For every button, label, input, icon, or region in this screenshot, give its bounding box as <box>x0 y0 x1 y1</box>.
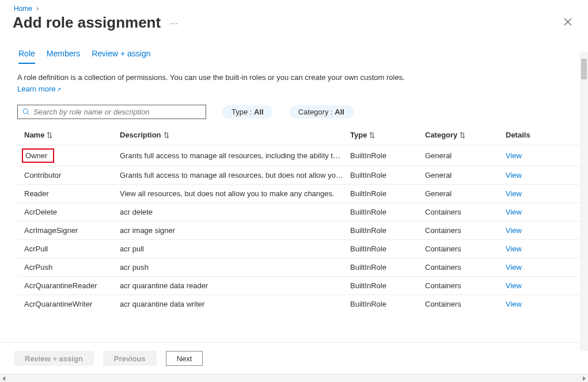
role-category: General <box>425 189 506 198</box>
column-details: Details <box>506 131 579 139</box>
view-link[interactable]: View <box>506 208 522 216</box>
role-name: Contributor <box>24 171 61 179</box>
column-category[interactable]: Category <box>425 131 506 139</box>
role-description: acr quarantine data writer <box>120 300 350 308</box>
role-name: AcrDelete <box>24 208 57 216</box>
tabs: RoleMembersReview + assign <box>0 37 585 64</box>
role-name: Owner <box>22 148 54 163</box>
role-type: BuiltInRole <box>350 151 425 160</box>
more-actions-icon[interactable]: ··· <box>170 18 179 28</box>
search-input[interactable] <box>30 108 201 116</box>
table-row[interactable]: ReaderView all resources, but does not a… <box>17 184 585 203</box>
footer: Review + assign Previous Next <box>0 342 588 374</box>
intro-text: A role definition is a collection of per… <box>0 64 585 102</box>
tab-role[interactable]: Role <box>18 49 35 64</box>
role-name: AcrPull <box>24 245 48 253</box>
table-row[interactable]: AcrImageSigneracr image signerBuiltInRol… <box>17 221 585 239</box>
role-category: General <box>425 171 506 179</box>
column-name[interactable]: Name <box>24 131 120 139</box>
role-type: BuiltInRole <box>350 281 425 290</box>
view-link[interactable]: View <box>506 300 522 308</box>
table-row[interactable]: ContributorGrants full access to manage … <box>17 166 585 184</box>
table-row[interactable]: AcrPushacr pushBuiltInRoleContainersView <box>17 258 585 276</box>
svg-point-2 <box>23 109 28 113</box>
sort-icon <box>47 132 52 139</box>
role-description: acr image signer <box>120 226 350 235</box>
role-type: BuiltInRole <box>350 226 425 235</box>
filter-type-pill[interactable]: Type : All <box>222 105 273 119</box>
role-type: BuiltInRole <box>350 245 425 253</box>
role-name: AcrPush <box>24 263 52 272</box>
view-link[interactable]: View <box>506 226 522 235</box>
view-link[interactable]: View <box>506 281 522 290</box>
role-category: Containers <box>425 300 506 308</box>
role-description: acr push <box>120 263 350 272</box>
close-icon <box>564 18 572 26</box>
role-description: Grants full access to manage all resourc… <box>120 151 350 160</box>
horizontal-scrollbar[interactable] <box>0 374 588 382</box>
role-description: acr quarantine data reader <box>120 281 350 290</box>
filter-row: Type : All Category : All <box>0 102 585 125</box>
sort-icon <box>164 132 169 139</box>
role-name: Reader <box>24 189 49 198</box>
review-assign-button[interactable]: Review + assign <box>14 351 94 366</box>
role-type: BuiltInRole <box>350 208 425 216</box>
role-type: BuiltInRole <box>350 300 425 308</box>
table-row[interactable]: AcrQuarantineReaderacr quarantine data r… <box>17 276 585 295</box>
search-icon <box>22 108 30 116</box>
search-box[interactable] <box>17 105 206 119</box>
breadcrumb-home-link[interactable]: Home <box>14 5 32 13</box>
role-category: Containers <box>425 263 506 272</box>
view-link[interactable]: View <box>506 189 522 198</box>
chevron-right-icon: › <box>36 5 39 13</box>
role-description: acr pull <box>120 245 350 253</box>
role-category: Containers <box>425 208 506 216</box>
intro-copy: A role definition is a collection of per… <box>17 73 405 82</box>
column-type[interactable]: Type <box>350 131 425 139</box>
role-type: BuiltInRole <box>350 263 425 272</box>
role-type: BuiltInRole <box>350 171 425 179</box>
column-description[interactable]: Description <box>120 131 350 139</box>
close-button[interactable] <box>560 14 575 31</box>
role-category: General <box>425 151 506 160</box>
role-description: acr delete <box>120 208 350 216</box>
role-category: Containers <box>425 281 506 290</box>
table-row[interactable]: OwnerGrants full access to manage all re… <box>17 145 585 166</box>
table-row[interactable]: AcrQuarantineWriteracr quarantine data w… <box>17 295 585 313</box>
view-link[interactable]: View <box>506 245 522 253</box>
view-link[interactable]: View <box>506 151 522 160</box>
role-description: Grants full access to manage all resourc… <box>120 171 350 179</box>
page-header: Add role assignment ··· <box>0 14 588 37</box>
role-category: Containers <box>425 245 506 253</box>
role-name: AcrQuarantineReader <box>24 281 97 290</box>
learn-more-link[interactable]: Learn more↗ <box>17 85 61 93</box>
view-link[interactable]: View <box>506 263 522 272</box>
external-link-icon: ↗ <box>56 86 61 93</box>
tab-review-assign[interactable]: Review + assign <box>92 49 150 64</box>
tab-members[interactable]: Members <box>47 49 80 64</box>
sort-icon <box>369 132 375 139</box>
filter-category-pill[interactable]: Category : All <box>289 105 354 119</box>
vertical-scrollbar[interactable] <box>580 52 588 351</box>
table-row[interactable]: AcrPullacr pullBuiltInRoleContainersView <box>17 239 585 258</box>
role-name: AcrQuarantineWriter <box>24 300 92 308</box>
sort-icon <box>460 132 465 139</box>
next-button[interactable]: Next <box>166 351 203 366</box>
table-header: Name Description Type Category Details <box>17 125 585 145</box>
roles-table: Name Description Type Category Details O… <box>17 125 585 313</box>
table-row[interactable]: AcrDeleteacr deleteBuiltInRoleContainers… <box>17 203 585 221</box>
role-category: Containers <box>425 226 506 235</box>
role-type: BuiltInRole <box>350 189 425 198</box>
breadcrumb: Home › <box>0 0 588 14</box>
previous-button[interactable]: Previous <box>103 351 157 366</box>
scrollbar-thumb[interactable] <box>581 59 587 79</box>
view-link[interactable]: View <box>506 171 522 179</box>
role-name: AcrImageSigner <box>24 226 78 235</box>
page-title: Add role assignment <box>13 14 161 32</box>
svg-line-3 <box>28 113 29 115</box>
role-description: View all resources, but does not allow y… <box>120 189 350 198</box>
